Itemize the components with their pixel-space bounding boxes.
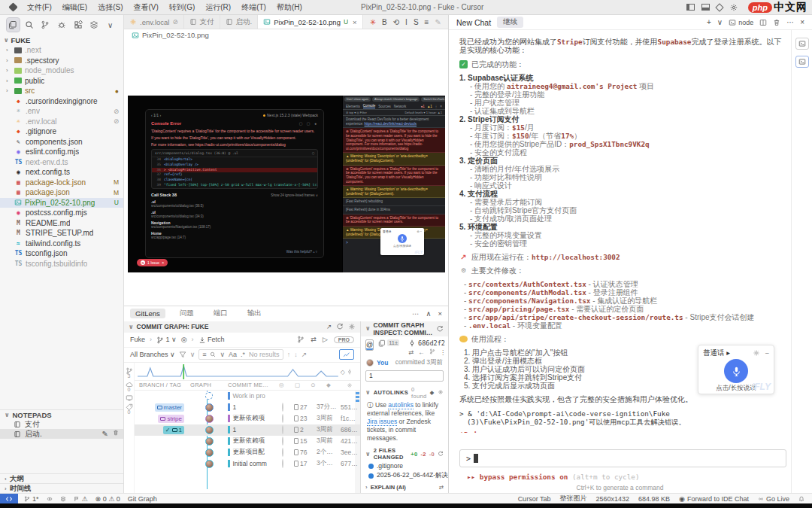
file-item[interactable]: ◉eslint.config.mjs [0, 147, 123, 157]
commit-row[interactable]: 更新项目配762个…3ee… [135, 447, 360, 458]
timeline-section[interactable]: ›时间线 [0, 483, 123, 493]
outline-section[interactable]: ›大纲 [0, 473, 123, 483]
remote-indicator[interactable] [0, 494, 18, 503]
open-in-editor-icon[interactable]: ↗ [301, 351, 308, 358]
file-item[interactable]: TStsconfig.tsbuildinfo [0, 259, 123, 269]
notifications[interactable] [798, 496, 804, 502]
inspect-files-tab[interactable]: 11± [378, 339, 399, 347]
branch-strip-icon[interactable]: 3 [126, 367, 133, 379]
file-item[interactable]: ✎components.json [0, 137, 123, 148]
minimize-icon[interactable]: − [765, 349, 769, 357]
panel-tab[interactable]: GitLens [130, 309, 165, 318]
menu-item[interactable]: 选择(S) [92, 2, 128, 13]
file-item[interactable]: ›.next [0, 45, 123, 56]
commit-graph-header[interactable]: ∨COMMIT GRAPH: FUKE ↗ [124, 321, 360, 333]
menu-item[interactable]: 运行(R) [200, 2, 236, 13]
editor-tab[interactable]: .env.local⊘ [124, 15, 184, 29]
close-icon[interactable]: × [800, 18, 804, 26]
autolinks-icons[interactable]: ◆ [429, 389, 444, 396]
col-icon[interactable]: ◎ [279, 382, 284, 388]
image-dimensions[interactable]: 2560x1432 [595, 495, 629, 503]
devtools-tab[interactable]: Sources [378, 105, 391, 108]
commit-row[interactable]: stripe更新依赖项233周前f1c… [135, 413, 360, 424]
devtools-banner-button[interactable]: Switch DevTools to Chr… [421, 97, 445, 102]
cursor-tab[interactable]: Cursor Tab [518, 495, 551, 503]
forward-ide-chat[interactable]: ◉Forward to IDE Chat [679, 495, 749, 503]
menu-item[interactable]: 帮助(H) [271, 2, 308, 13]
strikethrough-icon[interactable]: S [414, 18, 419, 26]
terminal-icon[interactable] [795, 38, 809, 50]
toggle-sidebar-icon[interactable] [686, 4, 695, 11]
chevron-down-icon[interactable]: ∨ [717, 18, 723, 26]
branch-picker[interactable]: 1 ∨ [156, 336, 177, 344]
voice-language[interactable]: 普通话 ▸ [703, 348, 730, 358]
project-root[interactable]: ∨FUKE [0, 35, 123, 45]
breadcrumb[interactable]: PixPin_02-52-10.png [124, 29, 448, 41]
new-chat-icon[interactable]: + [707, 18, 711, 26]
file-item[interactable]: ▦package.jsonM [0, 187, 123, 198]
search-icon[interactable] [23, 18, 36, 32]
fetch-button[interactable]: Fetch [198, 336, 225, 344]
edit-icon[interactable]: ✎ [102, 430, 108, 438]
branch-badge[interactable]: master [155, 403, 184, 412]
file-item[interactable]: ›.specstory [0, 56, 123, 66]
debug-icon[interactable] [56, 18, 68, 32]
gear-icon[interactable] [753, 349, 760, 357]
file-item[interactable]: ›public [0, 76, 123, 87]
cube-icon[interactable] [715, 3, 723, 11]
file-item[interactable]: TStsconfig.json [0, 248, 123, 259]
commit-sha[interactable]: 686d2f2 [408, 339, 446, 347]
notepad-tools[interactable]: ✎ [102, 430, 119, 438]
graph-settings-icon[interactable] [347, 382, 353, 388]
graph-header-icons[interactable]: ↗ [326, 323, 356, 330]
file-item[interactable]: ☼.env.local⊘ [0, 117, 123, 127]
commit-row[interactable]: 更新依赖项153周前421… [135, 436, 360, 447]
file-item[interactable]: ◉next.config.ts [0, 167, 123, 178]
editor-tab[interactable]: PixPin_02-52-10.pngU× [258, 15, 362, 29]
trash-icon[interactable] [773, 19, 780, 26]
devtools-tab[interactable]: Network [394, 105, 407, 108]
menu-item[interactable]: 文件(F) [22, 2, 57, 13]
commit-message-field[interactable]: 1 [365, 370, 444, 382]
graph-search-box[interactable]: ≡ ∨ Aa .* No results [198, 349, 283, 360]
split-icon[interactable] [759, 19, 767, 26]
image-preview[interactable]: ‹ 1/1 › Next.js 15.2.3 (stale) Webpack C… [128, 96, 445, 272]
menu-item[interactable]: 转到(G) [164, 2, 200, 13]
console-link[interactable]: https://react.dev/link/react-devtools [365, 122, 417, 126]
devtools-tab[interactable]: Elements [346, 105, 360, 108]
file-item[interactable]: ›node_modules [0, 65, 123, 76]
inspect-overview-tab[interactable]: @ [365, 339, 374, 351]
chat-command-input[interactable]: > [459, 449, 786, 467]
minimap-toggle[interactable] [339, 349, 354, 360]
file-item[interactable]: ›src● [0, 86, 123, 96]
bold-icon[interactable]: B [382, 18, 387, 26]
file-item[interactable]: ☼.env⊘ [0, 106, 123, 117]
changed-file-item[interactable]: 2025-06-22_06-44Z-解决-nex… [361, 470, 448, 481]
voice-input-widget[interactable]: 普通话 ▸ − 点击/长按说话 iFLY [698, 345, 774, 394]
branches-filter[interactable]: All Branches ∨ [130, 351, 175, 358]
editor-tab[interactable]: 启动. [220, 15, 259, 29]
files-changed-icons[interactable] [438, 451, 444, 457]
more-icon[interactable]: ⋯ [786, 18, 794, 26]
file-item[interactable]: ◆.gitignore [0, 126, 123, 137]
file-item[interactable]: PixPin_02-52-10.pngU [0, 198, 123, 208]
sync-icon[interactable]: ⟲ [393, 18, 399, 26]
autolinks-section[interactable]: ∨AUTOLINKS 0 found ◆ [361, 384, 448, 400]
search-next-icon[interactable]: ↓ [294, 351, 298, 358]
image-mode[interactable]: 整张图片 [559, 494, 586, 503]
chevron-down-icon[interactable]: ∨ [104, 18, 117, 32]
file-item[interactable]: ▦package-lock.jsonM [0, 178, 123, 188]
search-prev-icon[interactable]: ↑ [287, 351, 291, 358]
explorer-icon[interactable] [7, 18, 20, 32]
tag-strip-icon[interactable]: 0 [126, 403, 133, 415]
autolink-link[interactable]: Jira issues [367, 418, 397, 426]
panel-tab-icons[interactable]: ⋯∧× [412, 309, 442, 318]
explain-ai-section[interactable]: ›EXPLAIN (AI) ⇄ [361, 482, 448, 493]
go-live[interactable]: Go Live [758, 495, 789, 503]
files-changed-section[interactable]: ∨2 FILES CHANGED +0 -2 -0 [361, 445, 448, 461]
problems[interactable]: ⊗ 0 ⚠ 0 [95, 495, 120, 503]
devtools-banner-button[interactable]: Always match Chrome's language [372, 97, 420, 102]
source-control-icon[interactable] [39, 18, 52, 32]
layers[interactable] [60, 496, 66, 502]
panel-tab[interactable]: 问题 [174, 308, 199, 319]
